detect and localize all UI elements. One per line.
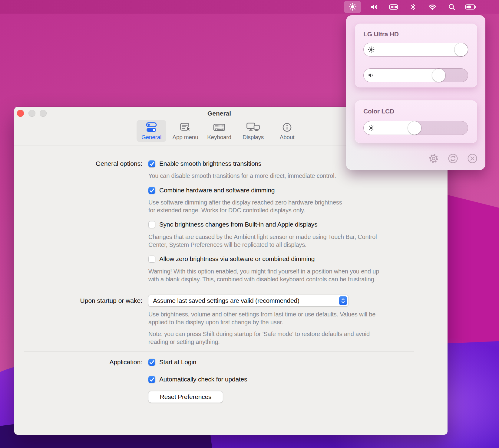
startup-label: Upon startup or wake: [24,297,142,304]
checkbox-label: Combine hardware and software dimming [159,187,275,194]
checkbox-row-zero-brightness: Allow zero brightness via software or co… [148,255,315,263]
close-window-button[interactable] [17,110,24,117]
checkbox-row-auto-updates: Automatically check for updates [148,376,247,383]
brightness-icon [368,125,375,131]
display-card-lg-ultra-hd: LG Ultra HD [355,24,477,87]
display-name: LG Ultra HD [363,31,399,38]
section-divider [24,289,414,289]
tab-label: General [141,134,161,141]
display-name: Color LCD [363,108,394,115]
select-chevrons-icon [339,296,347,305]
menubar-spotlight-search-icon[interactable] [446,1,458,13]
display-card-color-lcd: Color LCD [355,100,477,143]
brightness-slider[interactable] [363,121,468,135]
brightness-slider[interactable] [363,43,468,57]
checkbox-label: Enable smooth brightness transitions [159,160,261,167]
menubar-volume-icon[interactable] [368,1,380,13]
note-text: Note: you can press Shift during startup… [148,330,370,346]
keyboard-icon [213,122,226,133]
screen: General General App menu [0,0,499,448]
checkbox-row-start-at-login: Start at Login [148,358,196,366]
menubar-battery-charging-icon[interactable] [465,1,477,13]
reset-preferences-button[interactable]: Reset Preferences [148,391,223,403]
slider-knob[interactable] [432,69,445,82]
tab-label: Keyboard [207,134,231,141]
settings-content: General options: Enable smooth brightnes… [24,146,414,435]
help-text: Changes that are caused by the Ambient l… [148,233,377,249]
checkbox-label: Start at Login [159,358,196,366]
menubar-battery-indicator-icon[interactable] [388,1,400,13]
help-text: You can disable smooth transitions for a… [148,172,336,180]
tab-label: App menu [172,134,198,141]
slider-fill [364,69,445,82]
tab-label: About [280,134,295,141]
help-text: Use brightness, volume and other setting… [148,310,375,326]
general-options-label: General options: [24,160,142,167]
checkbox-label: Automatically check for updates [159,376,247,383]
slider-knob[interactable] [408,121,421,135]
slider-knob[interactable] [454,43,468,56]
popover-actions [428,153,478,164]
display-popover: LG Ultra HD [346,15,485,170]
toggles-icon [145,122,158,133]
volume-icon [368,72,375,79]
startup-select-value: Assume last saved settings are valid (re… [148,297,339,304]
tab-displays[interactable]: Displays [238,120,268,142]
checkbox-auto-updates[interactable] [148,376,155,383]
tab-label: Displays [243,134,264,141]
help-text: Use software dimming after the display r… [148,198,342,214]
menubar [0,0,499,14]
checkbox-label: Sync brightness changes from Built-in an… [159,221,317,228]
volume-slider[interactable] [363,68,468,82]
tab-about[interactable]: About [272,120,302,142]
menubar-wifi-icon[interactable] [426,1,438,13]
menubar-brightness-icon[interactable] [344,1,361,13]
brightness-icon [368,46,375,53]
tab-keyboard[interactable]: Keyboard [204,120,234,142]
startup-select[interactable]: Assume last saved settings are valid (re… [148,295,348,306]
app-menu-icon [180,122,191,133]
checkbox-sync-brightness[interactable] [148,221,155,228]
help-text: Warning! With this option enabled, you m… [148,267,379,283]
checkbox-start-at-login[interactable] [148,359,155,366]
menubar-bluetooth-icon[interactable] [407,1,419,13]
refresh-icon[interactable] [447,153,459,164]
checkbox-combine-dimming[interactable] [148,187,155,194]
checkbox-label: Allow zero brightness via software or co… [159,255,315,263]
displays-icon [246,122,260,133]
application-label: Application: [24,358,142,366]
tab-app-menu[interactable]: App menu [170,120,200,142]
checkbox-zero-brightness[interactable] [148,256,155,263]
settings-gear-icon[interactable] [428,153,439,164]
checkbox-row-smooth-transitions: Enable smooth brightness transitions [148,160,261,167]
close-circle-icon[interactable] [467,153,478,164]
checkbox-row-combine-dimming: Combine hardware and software dimming [148,187,275,194]
section-divider [24,352,414,352]
checkbox-row-sync-brightness: Sync brightness changes from Built-in an… [148,221,317,228]
checkbox-smooth-transitions[interactable] [148,160,155,167]
slider-fill [364,43,468,56]
info-icon [282,122,292,133]
tab-general[interactable]: General [137,120,166,142]
